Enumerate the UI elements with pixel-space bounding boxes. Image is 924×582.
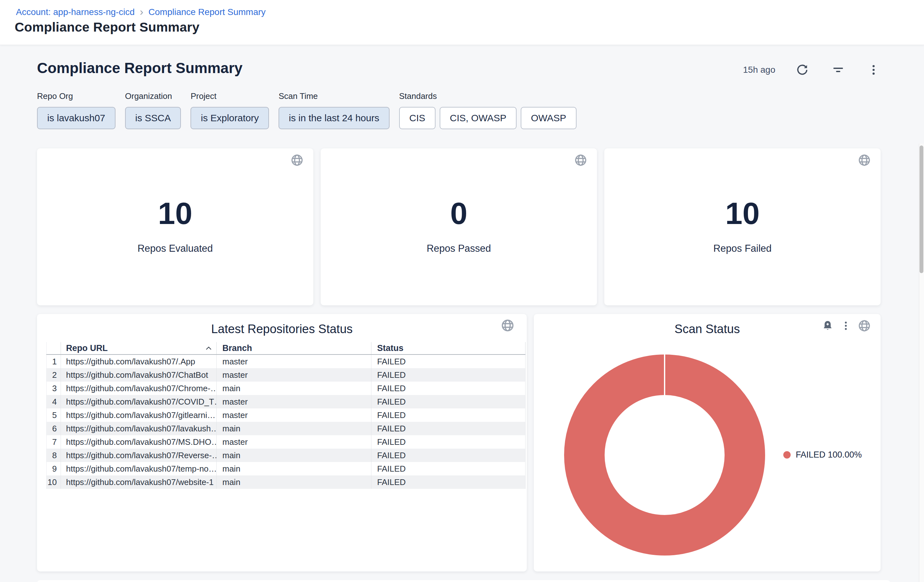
repo-url-cell: https://github.com/lavakush07/Reverse-… xyxy=(61,448,217,462)
branch-cell: master xyxy=(217,409,371,422)
filter-icon xyxy=(832,63,845,77)
filter-label: Scan Time xyxy=(279,91,389,101)
tile-label: Repos Passed xyxy=(321,243,597,254)
repo-url-cell: https://github.com/lavakush07/temp-no… xyxy=(61,462,217,475)
app-header: Account: app-harness-ng-cicd › Complianc… xyxy=(0,0,924,45)
repo-url-cell: https://github.com/lavakush07/.App xyxy=(61,355,217,368)
scrollbar-thumb[interactable] xyxy=(919,145,923,273)
row-number-cell: 2 xyxy=(46,368,61,382)
tile-value: 10 xyxy=(604,196,881,231)
status-cell: FAILED xyxy=(371,422,525,435)
tile-value: 0 xyxy=(321,196,597,231)
row-number-cell: 7 xyxy=(46,435,61,448)
filter-chip-scan-time[interactable]: is in the last 24 hours xyxy=(279,107,389,129)
repo-url-cell: https://github.com/lavakush07/Chrome-… xyxy=(61,382,217,395)
table-row: 2 https://github.com/lavakush07/ChatBot … xyxy=(46,368,525,382)
scan-card-actions xyxy=(821,319,871,333)
repositories-card-title: Latest Repositories Status xyxy=(37,322,527,336)
kebab-menu-icon[interactable] xyxy=(840,320,851,331)
branch-cell: master xyxy=(217,435,371,448)
scan-status-card: Scan Status FAILED 100.00% xyxy=(534,314,881,572)
breadcrumb: Account: app-harness-ng-cicd › Complianc… xyxy=(16,7,266,17)
refresh-icon xyxy=(796,63,809,77)
breadcrumb-chevron-icon: › xyxy=(140,7,143,16)
repo-url-cell: https://github.com/lavakush07/MS.DHO… xyxy=(61,435,217,448)
kebab-menu-icon xyxy=(867,64,880,76)
breadcrumb-page-link[interactable]: Compliance Report Summary xyxy=(148,7,266,17)
filter-chip-standards-cis[interactable]: CIS xyxy=(399,107,436,129)
table-header-row: Repo URL Branch Status xyxy=(46,342,525,355)
bell-plus-icon[interactable] xyxy=(821,320,834,332)
tile-value: 10 xyxy=(37,196,314,231)
branch-cell: main xyxy=(217,422,371,435)
column-header-branch[interactable]: Branch xyxy=(217,342,371,354)
table-row: 4 https://github.com/lavakush07/COVID_T…… xyxy=(46,395,525,409)
column-header-repo-url[interactable]: Repo URL xyxy=(61,342,217,354)
branch-cell: main xyxy=(217,382,371,395)
filter-chip-repo-org[interactable]: is lavakush07 xyxy=(37,107,116,129)
repo-url-cell: https://github.com/lavakush07/lavakush… xyxy=(61,422,217,435)
latest-repositories-card: Latest Repositories Status Repo URL Bran… xyxy=(37,314,527,572)
status-cell: FAILED xyxy=(371,448,525,462)
status-cell: FAILED xyxy=(371,395,525,409)
row-number-cell: 5 xyxy=(46,409,61,422)
stat-tiles: 10 Repos Evaluated 0 Repos Passed 10 Rep… xyxy=(37,148,881,305)
legend-label: FAILED 100.00% xyxy=(796,450,862,460)
table-row: 3 https://github.com/lavakush07/Chrome-…… xyxy=(46,382,525,395)
column-header-label: Repo URL xyxy=(66,343,108,353)
table-row: 1 https://github.com/lavakush07/.App mas… xyxy=(46,355,525,368)
scrollbar-track[interactable] xyxy=(919,143,924,582)
globe-icon[interactable] xyxy=(574,153,587,168)
status-cell: FAILED xyxy=(371,435,525,448)
branch-cell: master xyxy=(217,395,371,409)
row-number-cell: 9 xyxy=(46,462,61,475)
legend-item-failed[interactable]: FAILED 100.00% xyxy=(783,450,862,460)
status-cell: FAILED xyxy=(371,475,525,489)
globe-icon[interactable] xyxy=(858,153,871,168)
filter-chip-project[interactable]: is Exploratory xyxy=(190,107,269,129)
repo-url-cell: https://github.com/lavakush07/COVID_T… xyxy=(61,395,217,409)
filter-label: Standards xyxy=(399,91,577,101)
row-number-cell: 6 xyxy=(46,422,61,435)
filter-label: Project xyxy=(190,91,269,101)
refresh-button[interactable] xyxy=(794,61,811,79)
filter-chip-standards-owasp[interactable]: OWASP xyxy=(521,107,577,129)
scan-status-donut-chart xyxy=(553,343,776,567)
branch-cell: main xyxy=(217,475,371,489)
tile-repos-evaluated: 10 Repos Evaluated xyxy=(37,148,314,305)
more-menu-button[interactable] xyxy=(865,62,882,78)
last-refreshed-label: 15h ago xyxy=(743,65,776,75)
branch-cell: main xyxy=(217,462,371,475)
filter-button[interactable] xyxy=(830,61,847,79)
globe-icon[interactable] xyxy=(501,318,515,334)
repo-url-cell: https://github.com/lavakush07/website-1 xyxy=(61,475,217,489)
filter-chip-standards-cis-owasp[interactable]: CIS, OWASP xyxy=(440,107,516,129)
filter-group-organization: Organization is SSCA xyxy=(125,91,181,129)
page-title: Compliance Report Summary xyxy=(15,20,200,35)
row-number-cell: 8 xyxy=(46,448,61,462)
filter-group-repo-org: Repo Org is lavakush07 xyxy=(37,91,116,129)
filter-chip-organization[interactable]: is SSCA xyxy=(125,107,181,129)
table-row: 6 https://github.com/lavakush07/lavakush… xyxy=(46,422,525,435)
branch-cell: master xyxy=(217,368,371,382)
column-header-status[interactable]: Status xyxy=(371,342,525,354)
status-cell: FAILED xyxy=(371,409,525,422)
tile-repos-failed: 10 Repos Failed xyxy=(604,148,881,305)
filter-group-scan-time: Scan Time is in the last 24 hours xyxy=(279,91,389,129)
row-number-cell: 3 xyxy=(46,382,61,395)
row-number-cell: 1 xyxy=(46,355,61,368)
globe-icon[interactable] xyxy=(290,153,304,168)
row-number-cell: 4 xyxy=(46,395,61,409)
globe-icon[interactable] xyxy=(858,319,871,333)
status-cell: FAILED xyxy=(371,382,525,395)
status-cell: FAILED xyxy=(371,462,525,475)
tile-label: Repos Evaluated xyxy=(37,243,314,254)
repo-url-cell: https://github.com/lavakush07/ChatBot xyxy=(61,368,217,382)
breadcrumb-account-link[interactable]: Account: app-harness-ng-cicd xyxy=(16,7,135,17)
caret-up-icon xyxy=(205,346,212,350)
legend-dot xyxy=(783,451,790,458)
table-row: 8 https://github.com/lavakush07/Reverse-… xyxy=(46,448,525,462)
status-cell: FAILED xyxy=(371,368,525,382)
table-row: 7 https://github.com/lavakush07/MS.DHO… … xyxy=(46,435,525,448)
repositories-table: Repo URL Branch Status 1 https://github.… xyxy=(46,342,525,489)
